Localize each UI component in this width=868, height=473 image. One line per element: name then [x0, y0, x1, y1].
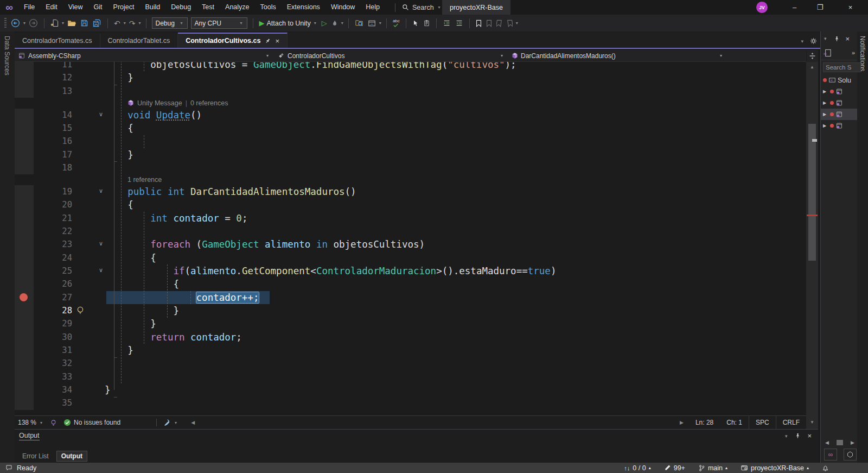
hot-reload-button[interactable] [329, 17, 340, 30]
column-indicator[interactable]: Ch: 1 [720, 416, 749, 429]
hscroll-left-icon[interactable]: ◀ [825, 440, 829, 445]
code-line[interactable]: 16 [15, 135, 806, 148]
save-all-button[interactable] [91, 17, 104, 30]
toolbar-overflow-icon[interactable]: » [852, 49, 855, 56]
code-text[interactable]: } [105, 304, 806, 317]
toggle-bookmark-button[interactable] [474, 17, 484, 30]
next-bookmark-button[interactable] [494, 17, 505, 30]
line-number[interactable]: 12 [34, 71, 74, 84]
menu-tools[interactable]: Tools [255, 3, 282, 11]
menu-build[interactable]: Build [139, 3, 165, 11]
code-line[interactable]: 18 [15, 161, 806, 174]
line-number[interactable]: 30 [34, 331, 74, 344]
lightbulb-icon[interactable] [76, 306, 84, 315]
breakpoint-margin[interactable] [15, 135, 34, 148]
navigate-window-button[interactable] [366, 17, 378, 30]
fold-margin[interactable] [74, 135, 105, 148]
expand-arrow-icon[interactable]: ▶ [823, 123, 828, 128]
type-dropdown[interactable]: ControladorCultivos ▾ [274, 50, 508, 61]
menu-debug[interactable]: Debug [165, 3, 196, 11]
fold-margin[interactable] [74, 278, 105, 291]
notifications-button[interactable] [822, 464, 829, 472]
line-number[interactable]: 35 [34, 396, 74, 409]
avatar[interactable]: JV [756, 2, 768, 13]
code-text[interactable]: objetosCultivos = GameObject.FindGameObj… [105, 62, 806, 71]
breakpoint-margin[interactable] [15, 212, 34, 225]
code-text[interactable] [105, 370, 806, 383]
minimize-button[interactable]: – [782, 0, 807, 15]
tree-item-project[interactable]: ▶ [821, 109, 857, 120]
code-line[interactable]: 22 [15, 225, 806, 238]
line-ending-indicator[interactable]: CRLF [776, 416, 806, 429]
line-number[interactable]: 33 [34, 370, 74, 383]
window-position-chevron-icon[interactable]: ▾ [784, 433, 789, 439]
vs-document-icon[interactable]: ∞ [824, 449, 837, 461]
code-line[interactable]: 23∨ foreach (GameObject alimento in obje… [15, 238, 806, 251]
pointer-select-button[interactable] [410, 17, 421, 30]
fold-margin[interactable] [74, 85, 105, 98]
close-icon[interactable]: × [846, 35, 850, 43]
line-number[interactable]: 19 [34, 185, 74, 198]
menu-window[interactable]: Window [326, 3, 360, 11]
line-number[interactable]: 22 [34, 225, 74, 238]
menu-test[interactable]: Test [196, 3, 220, 11]
format-outdent-button[interactable] [453, 17, 465, 30]
code-line[interactable]: 30 return contador; [15, 331, 806, 344]
line-number[interactable]: 24 [34, 251, 74, 264]
chevron-down-icon[interactable]: ▾ [378, 21, 382, 26]
breakpoint-margin[interactable] [15, 161, 34, 174]
tree-item-project[interactable]: ▶ [821, 97, 857, 109]
fold-margin[interactable] [74, 344, 105, 357]
line-number[interactable]: 16 [34, 135, 74, 148]
repository-button[interactable]: proyectoXR-Base ▴ [741, 464, 809, 472]
hscroll-right-icon[interactable]: ▶ [851, 440, 854, 445]
breakpoint-margin[interactable] [15, 251, 34, 264]
breakpoint-margin[interactable] [15, 148, 34, 161]
breakpoint-margin[interactable] [15, 85, 34, 98]
breakpoint-margin[interactable] [15, 225, 34, 238]
code-line[interactable]: 27 contador++; [15, 291, 806, 304]
scrollbar-thumb[interactable] [808, 124, 816, 261]
tree-item-solution[interactable]: ∞Solu [821, 74, 857, 86]
code-line[interactable]: 29 } [15, 317, 806, 330]
health-indicator[interactable] [47, 416, 60, 429]
code-text[interactable]: } [105, 383, 806, 396]
undo-button[interactable]: ↶ [112, 17, 123, 30]
line-number[interactable]: 18 [34, 161, 74, 174]
code-text[interactable]: contador++; [105, 291, 806, 304]
start-without-debugging-button[interactable]: ▷ [320, 17, 329, 30]
fold-collapse-icon[interactable]: ∨ [99, 187, 103, 194]
code-text[interactable]: foreach (GameObject alimento in objetosC… [105, 238, 806, 251]
line-number[interactable]: 14 [34, 109, 74, 122]
solution-hscrollbar[interactable]: ◀ ▶ [825, 440, 854, 445]
close-icon[interactable]: × [807, 432, 812, 440]
breakpoint-margin[interactable] [15, 71, 34, 84]
fold-collapse-icon[interactable]: ∨ [99, 240, 103, 247]
tree-item-project[interactable]: ▶ [821, 120, 857, 131]
prev-bookmark-button[interactable] [484, 17, 494, 30]
code-line[interactable]: 12 } [15, 71, 806, 84]
menu-help[interactable]: Help [360, 3, 385, 11]
fold-margin[interactable] [74, 62, 105, 71]
line-number[interactable]: 26 [34, 278, 74, 291]
new-project-button[interactable] [48, 17, 61, 30]
find-in-files-button[interactable] [353, 17, 366, 30]
tab-output[interactable]: Output [56, 451, 87, 462]
format-indent-button[interactable] [441, 17, 453, 30]
project-dropdown[interactable]: Assembly-CSharp ▾ [15, 50, 274, 61]
breakpoint-margin[interactable] [15, 264, 34, 278]
solution-platform-dropdown[interactable]: Any CPU▾ [191, 17, 247, 29]
chevron-down-icon[interactable]: ▾ [61, 21, 65, 26]
hscroll-thumb[interactable] [837, 440, 843, 445]
menu-analyze[interactable]: Analyze [220, 3, 254, 11]
tab-controladorcultivos[interactable]: ControladorCultivos.cs × [178, 33, 288, 48]
code-text[interactable] [105, 161, 806, 174]
code-text[interactable] [105, 85, 806, 98]
navigate-forward-button[interactable] [27, 17, 40, 30]
fold-margin[interactable] [74, 225, 105, 238]
line-number[interactable]: 21 [34, 212, 74, 225]
tab-controladortomates[interactable]: ControladorTomates.cs [15, 34, 100, 48]
scroll-down-icon[interactable]: ▼ [806, 418, 818, 426]
tab-error-list[interactable]: Error List [18, 451, 53, 461]
navigate-back-button[interactable] [9, 17, 22, 30]
